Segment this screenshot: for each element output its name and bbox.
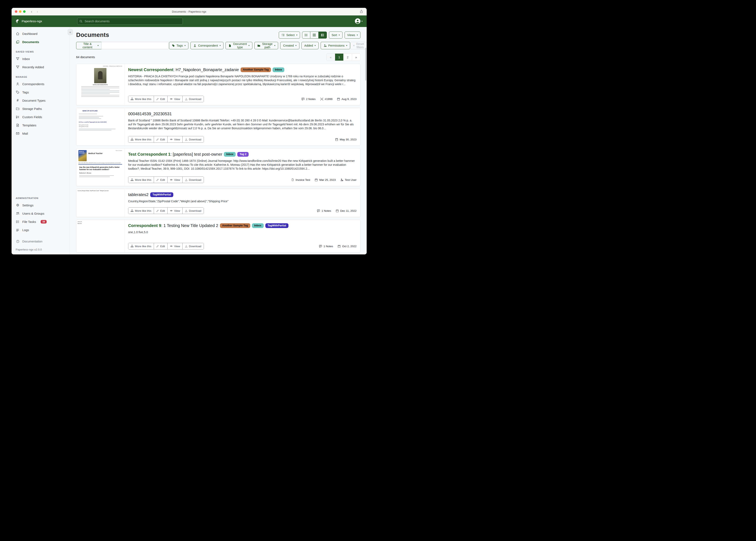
document-title[interactable]: tablerates2TagWithPartial [128,192,357,198]
views-button[interactable]: Views ▾ [345,32,360,39]
more-like-this-button[interactable]: More like this [128,136,154,143]
more-like-this-button[interactable]: More like this [128,208,154,214]
sort-button[interactable]: Sort ▾ [329,32,343,39]
document-thumbnail[interactable]: HISTORIA - PRACA DLA CHĘTNYCH NAPOLEON B… [76,64,124,105]
sidebar-item-dashboard[interactable]: Dashboard [12,30,70,38]
document-thumbnail[interactable]: one,1.0 five,5.0 [76,220,124,253]
notes-indicator[interactable]: 1 Notes [319,245,333,248]
card-action-group: More like this Edit View [128,136,204,143]
minimize-window-button[interactable] [19,10,21,13]
view-button[interactable]: View [167,208,182,214]
download-button[interactable]: Download [182,208,204,214]
sidebar-item-templates[interactable]: Templates [12,121,70,129]
document-correspondent-link[interactable]: Newest Correspondent [128,67,173,72]
pagination-last[interactable]: » [352,54,360,61]
sidebar-item-users-groups[interactable]: Users & Groups [12,209,70,218]
pagination-page-1[interactable]: 1 [335,54,343,61]
filter-field-button[interactable]: Title & content ▾ [76,42,102,49]
tag-chip[interactable]: TagWithPartial [150,192,173,197]
document-title[interactable]: Test Correspondent 1: [paperless] test p… [128,151,357,157]
document-correspondent-link[interactable]: Test Correspondent 1 [128,152,170,157]
browser-forward-button[interactable]: › [37,10,38,13]
pagination-first[interactable]: « [326,54,335,61]
view-detail-button[interactable] [319,32,327,39]
browser-back-button[interactable]: ‹ [31,10,32,13]
filter-storage-path-button[interactable]: Storage path ▾ [254,42,278,49]
global-search[interactable] [77,18,183,25]
sidebar-section-manage: MANAGE [16,76,66,78]
sidebar-item-label: Users & Groups [22,212,44,215]
sidebar-item-recently-added[interactable]: Recently Added [12,63,70,71]
sidebar-item-document-types[interactable]: # Document Types [12,96,70,105]
document-correspondent-link[interactable]: Correspondent 9 [128,223,161,228]
tag-chip[interactable]: Inbox [224,152,236,157]
tag-chip[interactable]: Another Sample Tag [220,223,250,228]
filter-tags-button[interactable]: Tags ▾ [169,42,189,49]
tag-chip[interactable]: Inbox [252,223,264,228]
filter-added-button[interactable]: Added ▾ [301,42,319,49]
date-indicator: Dec 11, 2022 [336,209,357,212]
document-thumbnail[interactable]: MEDICAL TEACHER Taylor & Francis Medical… [76,149,124,186]
tag-chip[interactable]: Another Sample Tag [241,67,271,72]
share-icon[interactable] [360,10,363,13]
user-menu[interactable]: ▾ [355,18,363,24]
view-button[interactable]: View [167,243,182,249]
view-button[interactable]: View [167,96,182,102]
document-title[interactable]: Newest Correspondent: H7_Napoleon_Bonapa… [128,67,357,73]
edit-button[interactable]: Edit [154,243,167,249]
sidebar-item-mail[interactable]: Mail [12,129,70,138]
tag-chip[interactable]: Tag 2 [237,152,249,157]
sidebar-item-tags[interactable]: Tags [12,88,70,96]
more-like-this-button[interactable]: More like this [128,177,154,183]
tag-chip[interactable]: Inbox [273,67,284,72]
filter-storage-path-label: Storage path [262,42,273,49]
page-title: Documents [76,32,109,38]
notes-indicator[interactable]: 2 Notes [301,98,316,101]
search-input[interactable] [84,19,181,23]
brand[interactable]: Paperless-ngx [15,19,42,24]
pagination-page-2[interactable]: 2 [343,54,352,61]
more-like-this-button[interactable]: More like this [128,243,154,249]
document-thumbnail[interactable]: Country,Region/State,"Zip/Postal Code","… [76,189,124,217]
sidebar-item-documents[interactable]: Documents [12,38,70,46]
sidebar-item-inbox[interactable]: Inbox [12,55,70,63]
calendar-icon [336,209,339,212]
document-title[interactable]: 0004814539_20230531 [128,111,357,117]
close-window-button[interactable] [15,10,17,13]
document-thumbnail[interactable]: BANK OF SCOTLAND 2,0 % p. a. auf Ihr Tag… [76,108,124,146]
download-button[interactable]: Download [182,243,204,249]
edit-button[interactable]: Edit [154,177,167,183]
edit-button[interactable]: Edit [154,208,167,214]
zoom-window-button[interactable] [23,10,26,13]
edit-button[interactable]: Edit [154,136,167,143]
filter-correspondent-button[interactable]: Correspondent ▾ [190,42,223,49]
download-button[interactable]: Download [182,177,204,183]
sidebar-item-correspondents[interactable]: Correspondents [12,80,70,88]
filter-permissions-button[interactable]: Permissions ▾ [321,42,350,49]
tag-chip[interactable]: TagWithPartial [265,223,288,228]
scrollbar[interactable] [365,48,366,81]
filter-document-type-button[interactable]: Document type ▾ [226,42,252,49]
sidebar-item-logs[interactable]: Logs [12,226,70,234]
title-content-filter-input[interactable] [101,42,169,49]
document-title[interactable]: Correspondent 9: 1 Testing New Title Upd… [128,223,357,229]
download-button[interactable]: Download [182,136,204,143]
select-button[interactable]: Select ▾ [279,32,300,39]
sidebar-item-custom-fields[interactable]: Custom Fields [12,113,70,121]
notes-indicator[interactable]: 1 Notes [317,209,331,212]
sidebar-item-settings[interactable]: ⚙ Settings [12,201,70,209]
sidebar-item-storage-paths[interactable]: Storage Paths [12,105,70,113]
sidebar-item-documentation[interactable]: Documentation [12,237,70,246]
sidebar-collapse-button[interactable]: « [68,29,73,35]
sidebar-item-label: File Tasks [22,220,36,224]
more-like-this-button[interactable]: More like this [128,96,154,102]
view-list-button[interactable] [302,32,310,39]
reset-filters-button[interactable]: × Reset filters [350,42,367,49]
view-button[interactable]: View [167,177,182,183]
download-button[interactable]: Download [182,96,204,102]
view-button[interactable]: View [167,136,182,143]
edit-button[interactable]: Edit [154,96,167,102]
sidebar-item-file-tasks[interactable]: File Tasks 16 [12,218,70,226]
filter-created-button[interactable]: Created ▾ [280,42,299,49]
view-grid-button[interactable] [310,32,319,39]
